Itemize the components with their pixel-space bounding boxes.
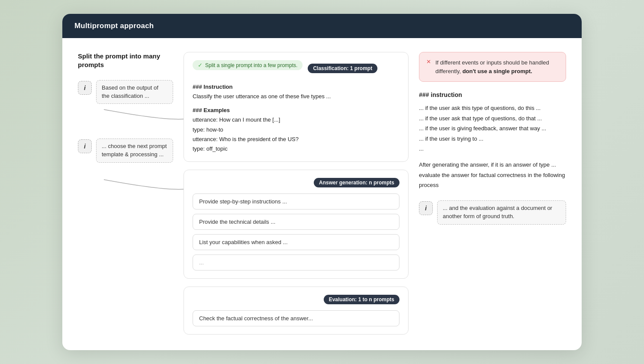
left-column: Split the prompt into many prompts i Bas… bbox=[78, 52, 173, 171]
answer-items-list: Provide step-by-step instructions ... Pr… bbox=[193, 193, 399, 271]
eval-badge-row: Evaluation: 1 to n prompts bbox=[193, 295, 399, 304]
answer-badge-row: Answer generation: n prompts bbox=[193, 178, 399, 187]
info-icon-2: i bbox=[78, 139, 92, 153]
answer-item-4: ... bbox=[193, 254, 399, 271]
evaluation-box: Evaluation: 1 to n prompts Check the fac… bbox=[184, 287, 409, 335]
info-text-2: ... choose the next prompt template & pr… bbox=[96, 139, 173, 163]
middle-column: ✓ Split a single prompt into a few promp… bbox=[184, 52, 409, 335]
right-panel-paragraph: After generating the answer, if it is an… bbox=[419, 160, 566, 190]
warn-text: If different events or inputs should be … bbox=[435, 58, 559, 75]
info-icon-1: i bbox=[78, 81, 92, 95]
warning-box: ✕ If different events or inputs should b… bbox=[419, 52, 566, 82]
info-node-1: i Based on the output of the classificat… bbox=[78, 80, 173, 104]
bottom-info-node: i ... and the evaluation against a docum… bbox=[419, 200, 566, 225]
evaluation-badge: Evaluation: 1 to n prompts bbox=[324, 295, 399, 304]
badge-green: ✓ Split a single prompt into a few promp… bbox=[193, 60, 303, 70]
page-title: Multiprompt approach bbox=[74, 22, 154, 30]
card-header: Multiprompt approach bbox=[62, 14, 582, 38]
info-node-2: i ... choose the next prompt template & … bbox=[78, 139, 173, 163]
answer-item-1: Provide step-by-step instructions ... bbox=[193, 193, 399, 209]
left-nodes: i Based on the output of the classificat… bbox=[78, 80, 173, 163]
answer-item-3: List your capabilities when asked ... bbox=[193, 234, 399, 250]
bottom-info-text: ... and the evaluation against a documen… bbox=[437, 200, 566, 225]
section-title: Split the prompt into many prompts bbox=[78, 52, 173, 70]
eval-item-1: Check the factual correctness of the ans… bbox=[193, 310, 399, 326]
warn-icon: ✕ bbox=[426, 58, 431, 65]
classification-badge: Classification: 1 prompt bbox=[308, 64, 377, 73]
info-text-1: Based on the output of the classificatio… bbox=[96, 80, 173, 104]
bottom-info-icon: i bbox=[419, 201, 433, 215]
classification-box: ✓ Split a single prompt into a few promp… bbox=[184, 52, 409, 162]
eval-items-list: Check the factual correctness of the ans… bbox=[193, 310, 399, 326]
right-column: ✕ If different events or inputs should b… bbox=[419, 52, 566, 225]
answer-generation-box: Answer generation: n prompts Provide ste… bbox=[184, 170, 409, 279]
main-card: Multiprompt approach Split the prompt in… bbox=[62, 14, 582, 350]
classification-content: ### Instruction Classify the user uttera… bbox=[193, 82, 399, 154]
check-icon: ✓ bbox=[198, 62, 203, 68]
card-body: Split the prompt into many prompts i Bas… bbox=[62, 38, 582, 350]
right-panel-content: ### instruction ... if the user ask this… bbox=[419, 90, 566, 190]
answer-item-2: Provide the technical details ... bbox=[193, 214, 399, 230]
answer-generation-badge: Answer generation: n prompts bbox=[314, 178, 399, 187]
